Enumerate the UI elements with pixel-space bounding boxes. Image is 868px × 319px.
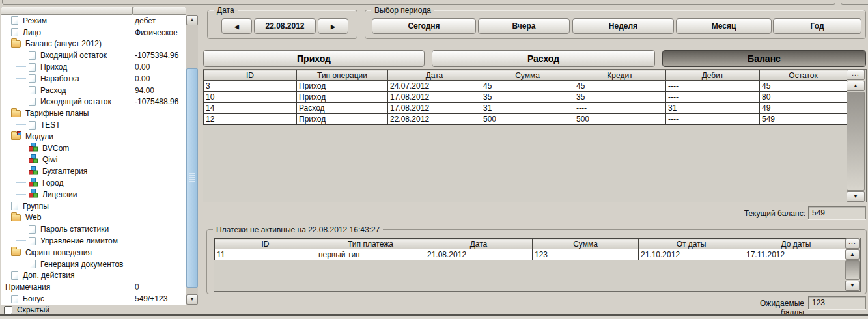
period-week-button[interactable]: Неделя [572,18,674,34]
scroll-down-button[interactable]: ▼ [847,191,865,202]
cell[interactable]: 14 [204,103,297,114]
cell[interactable]: ---- [666,92,760,103]
scroll-up-button[interactable]: ▲ [845,249,860,260]
tree-item-licenzii[interactable]: Лицензии [1,189,186,201]
column-header[interactable]: От даты [639,239,744,249]
column-header[interactable]: Дебит [666,70,760,81]
cell[interactable]: Приход [297,92,388,103]
column-options-button[interactable]: ... [847,70,865,80]
table-row[interactable]: 10Приход17.08.20123535----80 [204,92,847,103]
cell[interactable]: Расход [297,103,388,114]
cell[interactable]: Приход [297,114,388,125]
tree-item-rezhim[interactable]: Режимдебет [1,15,186,27]
tree-item-gruppy[interactable]: Группы [1,201,186,212]
column-header[interactable]: Дата [388,70,481,81]
tree-item-dop-deystviya[interactable]: Доп. действия [1,270,186,282]
tree-item-ishod-ostatok[interactable]: Исходящий остаток-1075488.96 [1,96,186,108]
scroll-down-button[interactable]: ▼ [845,281,860,291]
cell[interactable]: 35 [481,92,574,103]
cell[interactable]: 45 [574,81,666,92]
cell[interactable]: 549 [760,114,847,125]
tree-item-gorod[interactable]: Город [1,177,186,189]
cell[interactable]: 24.07.2012 [388,81,481,92]
cell[interactable]: 31 [666,103,760,114]
tree-item-prihod[interactable]: Приход0.00 [1,61,186,73]
scroll-down-button[interactable]: ▼ [186,294,198,305]
tree-item-lico[interactable]: ЛицоФизическое [1,27,186,38]
column-options-button[interactable]: ... [845,238,860,249]
tree-item-buhgalteria[interactable]: Бухгалтерия [1,165,186,177]
cell[interactable]: 10 [204,92,297,103]
cell[interactable]: 21.08.2012 [425,249,533,260]
cell[interactable]: Приход [297,81,388,92]
table-row[interactable]: 12Приход22.08.2012500500----549 [204,114,847,125]
period-month-button[interactable]: Месяц [676,18,772,34]
hidden-checkbox[interactable] [4,306,12,314]
column-header[interactable]: Сумма [481,70,574,81]
cell[interactable]: 31 [481,103,574,114]
scrollbar-track[interactable] [845,260,860,280]
column-header[interactable]: Тип операции [297,70,388,81]
tree-item-primechaniya[interactable]: Примечания0 [1,281,186,293]
cell[interactable]: 3 [204,81,297,92]
next-day-button[interactable]: ▶ [318,18,348,34]
cell[interactable]: 22.08.2012 [388,114,481,125]
cell[interactable]: 45 [481,81,574,92]
cell[interactable]: ---- [666,81,760,92]
column-header[interactable]: Сумма [533,239,639,249]
table-row[interactable]: 11первый тип21.08.201212321.10.201217.11… [215,249,848,260]
tree-item-vhod-ostatok[interactable]: Входящий остаток-1075394.96 [1,49,186,61]
scrollbar-thumb[interactable] [186,68,198,288]
prev-day-button[interactable]: ◀ [221,18,252,34]
tree-item-narabotka[interactable]: Наработка0.00 [1,73,186,85]
cell[interactable]: 35 [574,92,666,103]
cell[interactable]: 123 [533,249,639,260]
column-header[interactable]: Кредит [574,70,666,81]
period-year-button[interactable]: Год [773,18,861,34]
tree-item-tarify[interactable]: Тарифные планы [1,107,186,119]
period-today-button[interactable]: Сегодня [372,18,476,34]
column-header[interactable]: До даты [744,239,848,249]
tree-item-generacia-dokumentov[interactable]: Генерация документов [1,258,186,270]
scrollbar-track[interactable] [847,92,865,191]
cell[interactable]: ---- [666,114,760,125]
column-header[interactable]: Дата [425,239,533,249]
scroll-up-button[interactable]: ▲ [186,15,198,25]
tab-income[interactable]: Приход [203,50,425,67]
cell[interactable]: 500 [574,114,666,125]
tree-item-bvcom[interactable]: BVCom [1,143,186,154]
tree-item-bonus[interactable]: Бонус549/+123 [1,293,186,305]
cell[interactable]: 80 [760,92,847,103]
tree-item-balans[interactable]: Баланс (август 2012) [1,38,186,50]
cell[interactable]: первый тип [316,249,425,260]
table-row[interactable]: 3Приход24.07.20124545----45 [204,81,847,92]
cell[interactable]: 17.08.2012 [388,103,481,114]
column-header[interactable]: Тип платежа [316,239,425,249]
tree-item-skript-povedeniya[interactable]: Скрипт поведения [1,247,186,258]
column-header[interactable]: Остаток [760,70,847,81]
cell[interactable]: 21.10.2012 [639,249,744,260]
table-row[interactable]: 14Расход17.08.201231----3149 [204,103,847,114]
cell[interactable]: 12 [204,114,297,125]
cell[interactable]: 11 [215,249,316,260]
cell[interactable]: ---- [574,103,666,114]
tree-scrollbar[interactable]: ▲ ▼ [186,15,198,305]
tab-expense[interactable]: Расход [432,50,655,67]
column-header[interactable]: ID [204,70,297,81]
cell[interactable]: 17.11.2012 [744,249,848,260]
scroll-up-button[interactable]: ▲ [847,81,865,91]
cell[interactable]: 45 [760,81,847,92]
column-header[interactable]: ID [215,239,316,249]
tree-item-rashod[interactable]: Расход94.00 [1,85,186,96]
cell[interactable]: 49 [760,103,847,114]
period-yesterday-button[interactable]: Вчера [478,18,570,34]
tree-item-web[interactable]: Web [1,212,186,224]
tree-item-test[interactable]: TEST [1,119,186,131]
tab-balance-active[interactable]: Баланс [662,50,866,67]
tree-item-upravlenie-limitom[interactable]: Управление лимитом [1,235,186,247]
tree-item-qiwi[interactable]: Qiwi [1,154,186,166]
tree-item-parol-statistiki[interactable]: Пароль статистики [1,223,186,235]
date-button[interactable]: 22.08.2012 [254,18,316,34]
cell[interactable]: 17.08.2012 [388,92,481,103]
tree-item-moduli[interactable]: Модули [1,131,186,143]
